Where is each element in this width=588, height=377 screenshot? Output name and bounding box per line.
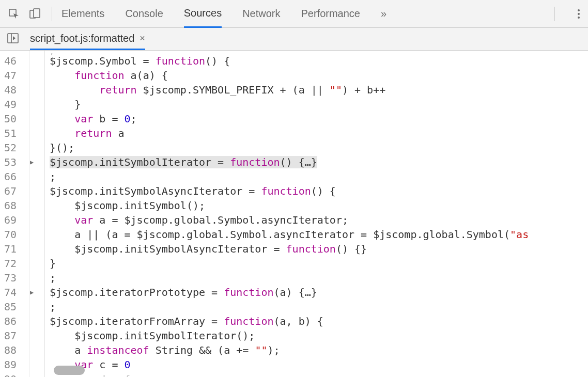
fold-toggle-icon[interactable]: ▶ — [30, 155, 34, 169]
tab-network[interactable]: Network — [242, 1, 280, 27]
close-tab-icon[interactable]: × — [140, 33, 145, 44]
file-tab-label: script_foot.js:formatted — [30, 33, 134, 44]
more-menu-icon[interactable] — [575, 6, 583, 22]
code-editor[interactable]: 4647484950515253666768697071727374858687… — [0, 51, 588, 377]
sources-subbar: script_foot.js:formatted × — [0, 28, 588, 51]
tabs-overflow-icon[interactable]: » — [381, 8, 386, 20]
line-numbers: 4647484950515253666768697071727374858687… — [0, 51, 30, 377]
horizontal-scrollbar-thumb[interactable] — [54, 366, 85, 375]
svg-rect-2 — [34, 9, 40, 18]
devtools-toolbar: Elements Console Sources Network Perform… — [0, 0, 588, 28]
separator — [52, 7, 52, 21]
device-toolbar-icon[interactable] — [29, 8, 40, 20]
fold-column: ▶▶ — [30, 51, 44, 377]
tab-sources[interactable]: Sources — [184, 0, 222, 28]
inspect-element-icon[interactable] — [8, 8, 20, 20]
toolbar-left-icons — [5, 8, 42, 20]
tab-performance[interactable]: Performance — [301, 1, 361, 27]
panel-tabs: Elements Console Sources Network Perform… — [61, 0, 545, 28]
separator — [554, 7, 555, 21]
file-tab[interactable]: script_foot.js:formatted × — [30, 28, 145, 50]
fold-toggle-icon[interactable]: ▶ — [30, 285, 34, 300]
code-content[interactable]: ,$jscomp.Symbol = function() { function … — [44, 51, 588, 377]
tab-elements[interactable]: Elements — [61, 1, 104, 27]
navigator-toggle-icon[interactable] — [5, 32, 21, 46]
tab-console[interactable]: Console — [125, 1, 163, 27]
toolbar-right — [545, 6, 583, 22]
